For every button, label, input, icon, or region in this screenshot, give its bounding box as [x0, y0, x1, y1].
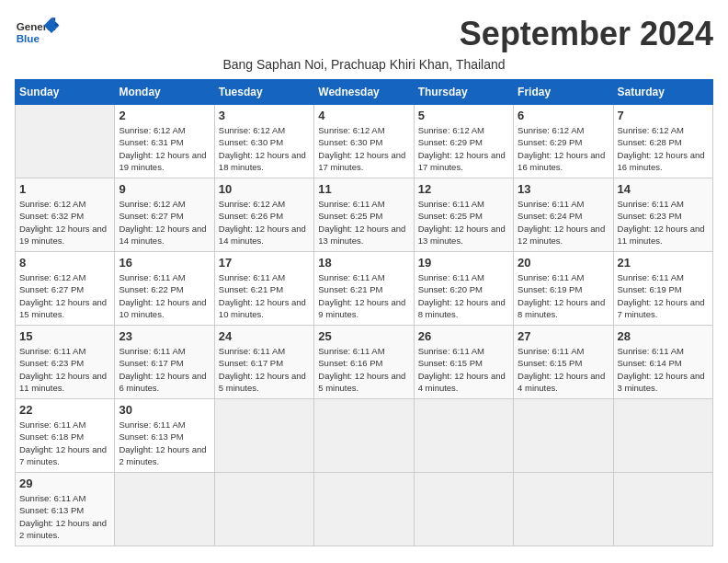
calendar-cell	[314, 473, 414, 546]
calendar-cell	[514, 473, 613, 546]
day-number: 26	[418, 329, 509, 343]
day-number: 2	[119, 109, 210, 122]
calendar-cell	[214, 473, 313, 546]
day-info: Sunrise: 6:12 AM Sunset: 6:29 PM Dayligh…	[518, 124, 609, 173]
day-info: Sunrise: 6:11 AM Sunset: 6:22 PM Dayligh…	[119, 271, 210, 320]
day-info: Sunrise: 6:12 AM Sunset: 6:32 PM Dayligh…	[19, 198, 110, 247]
day-info: Sunrise: 6:11 AM Sunset: 6:19 PM Dayligh…	[518, 271, 609, 320]
day-info: Sunrise: 6:12 AM Sunset: 6:26 PM Dayligh…	[219, 198, 310, 247]
calendar-cell: 26Sunrise: 6:11 AM Sunset: 6:15 PM Dayli…	[414, 326, 513, 399]
day-info: Sunrise: 6:12 AM Sunset: 6:29 PM Dayligh…	[418, 124, 509, 173]
calendar-header-row: Sunday Monday Tuesday Wednesday Thursday…	[16, 80, 713, 105]
calendar-cell: 7Sunrise: 6:12 AM Sunset: 6:28 PM Daylig…	[613, 105, 712, 178]
calendar-cell: 6Sunrise: 6:12 AM Sunset: 6:29 PM Daylig…	[514, 105, 613, 178]
logo-icon: General Blue	[15, 15, 61, 52]
day-info: Sunrise: 6:11 AM Sunset: 6:13 PM Dayligh…	[119, 419, 210, 467]
day-info: Sunrise: 6:11 AM Sunset: 6:16 PM Dayligh…	[318, 345, 409, 394]
calendar-cell: 21Sunrise: 6:11 AM Sunset: 6:19 PM Dayli…	[613, 252, 712, 326]
day-info: Sunrise: 6:12 AM Sunset: 6:27 PM Dayligh…	[19, 271, 110, 320]
calendar-cell: 2Sunrise: 6:12 AM Sunset: 6:31 PM Daylig…	[115, 105, 214, 178]
day-number: 15	[19, 329, 110, 343]
day-info: Sunrise: 6:11 AM Sunset: 6:14 PM Dayligh…	[618, 345, 709, 394]
day-number: 29	[19, 477, 110, 490]
calendar-week-row: 1Sunrise: 6:12 AM Sunset: 6:32 PM Daylig…	[16, 178, 713, 252]
day-number: 12	[418, 182, 509, 196]
col-wednesday: Wednesday	[314, 80, 414, 105]
day-info: Sunrise: 6:12 AM Sunset: 6:30 PM Dayligh…	[318, 124, 409, 173]
day-info: Sunrise: 6:11 AM Sunset: 6:20 PM Dayligh…	[418, 271, 509, 320]
calendar-cell: 27Sunrise: 6:11 AM Sunset: 6:15 PM Dayli…	[514, 326, 613, 399]
day-info: Sunrise: 6:11 AM Sunset: 6:25 PM Dayligh…	[418, 198, 509, 247]
day-number: 6	[518, 109, 609, 122]
calendar-cell: 25Sunrise: 6:11 AM Sunset: 6:16 PM Dayli…	[314, 326, 414, 399]
day-info: Sunrise: 6:11 AM Sunset: 6:25 PM Dayligh…	[318, 198, 409, 247]
title-block: September 2024	[460, 15, 713, 53]
calendar-cell: 9Sunrise: 6:12 AM Sunset: 6:27 PM Daylig…	[115, 178, 214, 252]
day-number: 4	[318, 109, 409, 122]
calendar-cell	[414, 399, 513, 473]
calendar-cell: 16Sunrise: 6:11 AM Sunset: 6:22 PM Dayli…	[115, 252, 214, 326]
day-number: 11	[318, 182, 409, 196]
col-sunday: Sunday	[16, 80, 115, 105]
day-number: 8	[19, 256, 110, 270]
calendar-cell: 15Sunrise: 6:11 AM Sunset: 6:23 PM Dayli…	[16, 326, 115, 399]
day-number: 13	[518, 182, 609, 196]
day-info: Sunrise: 6:11 AM Sunset: 6:18 PM Dayligh…	[19, 419, 110, 467]
col-thursday: Thursday	[414, 80, 513, 105]
day-number: 23	[119, 329, 210, 343]
day-number: 1	[19, 182, 110, 196]
calendar-cell: 13Sunrise: 6:11 AM Sunset: 6:24 PM Dayli…	[514, 178, 613, 252]
calendar-cell: 1Sunrise: 6:12 AM Sunset: 6:32 PM Daylig…	[16, 178, 115, 252]
calendar-cell	[214, 399, 313, 473]
calendar-week-row: 29Sunrise: 6:11 AM Sunset: 6:13 PM Dayli…	[16, 473, 713, 546]
col-monday: Monday	[115, 80, 214, 105]
calendar-cell: 14Sunrise: 6:11 AM Sunset: 6:23 PM Dayli…	[613, 178, 712, 252]
day-info: Sunrise: 6:11 AM Sunset: 6:17 PM Dayligh…	[219, 345, 310, 394]
day-number: 30	[119, 403, 210, 417]
day-info: Sunrise: 6:11 AM Sunset: 6:21 PM Dayligh…	[219, 271, 310, 320]
day-number: 7	[618, 109, 709, 122]
calendar-table: Sunday Monday Tuesday Wednesday Thursday…	[15, 79, 713, 546]
day-number: 27	[518, 329, 609, 343]
calendar-week-row: 22Sunrise: 6:11 AM Sunset: 6:18 PM Dayli…	[16, 399, 713, 473]
calendar-cell	[613, 399, 712, 473]
calendar-cell: 24Sunrise: 6:11 AM Sunset: 6:17 PM Dayli…	[214, 326, 313, 399]
calendar-week-row: 2Sunrise: 6:12 AM Sunset: 6:31 PM Daylig…	[16, 105, 713, 178]
calendar-cell: 8Sunrise: 6:12 AM Sunset: 6:27 PM Daylig…	[16, 252, 115, 326]
svg-text:Blue: Blue	[17, 32, 40, 44]
day-number: 21	[618, 256, 709, 270]
calendar-cell: 18Sunrise: 6:11 AM Sunset: 6:21 PM Dayli…	[314, 252, 414, 326]
day-info: Sunrise: 6:11 AM Sunset: 6:15 PM Dayligh…	[418, 345, 509, 394]
day-number: 22	[19, 403, 110, 417]
day-info: Sunrise: 6:11 AM Sunset: 6:23 PM Dayligh…	[618, 198, 709, 247]
month-title: September 2024	[460, 15, 713, 53]
day-number: 19	[418, 256, 509, 270]
day-info: Sunrise: 6:11 AM Sunset: 6:24 PM Dayligh…	[518, 198, 609, 247]
calendar-cell: 23Sunrise: 6:11 AM Sunset: 6:17 PM Dayli…	[115, 326, 214, 399]
day-number: 17	[219, 256, 310, 270]
calendar-cell: 30Sunrise: 6:11 AM Sunset: 6:13 PM Dayli…	[115, 399, 214, 473]
day-info: Sunrise: 6:11 AM Sunset: 6:13 PM Dayligh…	[19, 492, 110, 541]
day-info: Sunrise: 6:11 AM Sunset: 6:15 PM Dayligh…	[518, 345, 609, 394]
day-number: 16	[119, 256, 210, 270]
calendar-cell: 28Sunrise: 6:11 AM Sunset: 6:14 PM Dayli…	[613, 326, 712, 399]
day-info: Sunrise: 6:11 AM Sunset: 6:19 PM Dayligh…	[618, 271, 709, 320]
calendar-cell: 12Sunrise: 6:11 AM Sunset: 6:25 PM Dayli…	[414, 178, 513, 252]
calendar-week-row: 8Sunrise: 6:12 AM Sunset: 6:27 PM Daylig…	[16, 252, 713, 326]
day-number: 14	[618, 182, 709, 196]
day-info: Sunrise: 6:12 AM Sunset: 6:30 PM Dayligh…	[219, 124, 310, 173]
logo: General Blue	[15, 15, 61, 52]
calendar-cell: 5Sunrise: 6:12 AM Sunset: 6:29 PM Daylig…	[414, 105, 513, 178]
calendar-cell	[314, 399, 414, 473]
day-number: 24	[219, 329, 310, 343]
day-number: 3	[219, 109, 310, 122]
day-number: 25	[318, 329, 409, 343]
calendar-cell: 11Sunrise: 6:11 AM Sunset: 6:25 PM Dayli…	[314, 178, 414, 252]
calendar-cell	[514, 399, 613, 473]
day-info: Sunrise: 6:11 AM Sunset: 6:21 PM Dayligh…	[318, 271, 409, 320]
calendar-cell: 29Sunrise: 6:11 AM Sunset: 6:13 PM Dayli…	[16, 473, 115, 546]
calendar-cell: 20Sunrise: 6:11 AM Sunset: 6:19 PM Dayli…	[514, 252, 613, 326]
day-info: Sunrise: 6:11 AM Sunset: 6:17 PM Dayligh…	[119, 345, 210, 394]
day-info: Sunrise: 6:12 AM Sunset: 6:28 PM Dayligh…	[618, 124, 709, 173]
day-number: 28	[618, 329, 709, 343]
